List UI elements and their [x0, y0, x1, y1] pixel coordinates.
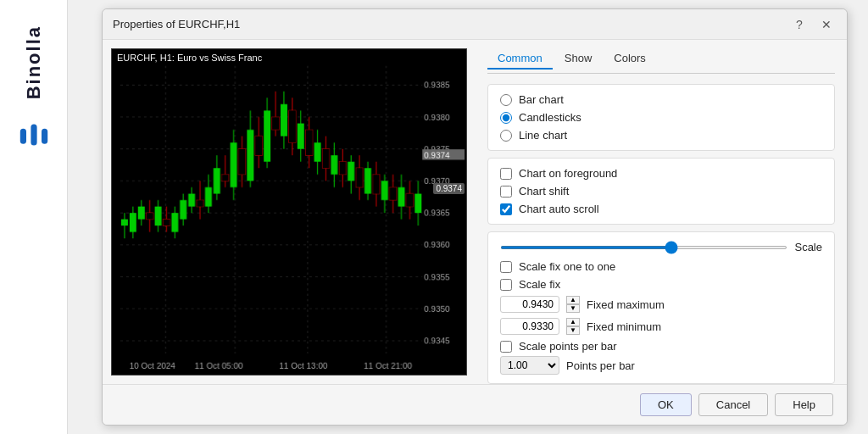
checkbox-shift-label: Chart shift — [519, 185, 569, 198]
svg-rect-0 — [19, 129, 25, 144]
checkbox-foreground-input[interactable] — [500, 168, 512, 180]
points-label: Points per bar — [566, 359, 635, 372]
dialog-window: Properties of EURCHF,H1 ? ✕ EURCHF, H1: … — [102, 8, 848, 426]
checkbox-foreground[interactable]: Chart on foreground — [500, 167, 822, 180]
checkbox-points-input[interactable] — [500, 341, 512, 353]
fixed-min-row: ▲ ▼ Fixed minimum — [500, 318, 822, 335]
checkbox-autoscroll-label: Chart auto scroll — [519, 203, 599, 215]
radio-line-input[interactable] — [500, 130, 512, 142]
radio-candle-label: Candlesticks — [519, 111, 581, 124]
checkbox-shift[interactable]: Chart shift — [500, 185, 822, 198]
chart-canvas — [112, 49, 466, 375]
svg-rect-2 — [42, 129, 47, 144]
tab-common[interactable]: Common — [487, 48, 553, 70]
fixed-max-input[interactable] — [500, 296, 559, 313]
binolla-m-icon — [17, 118, 51, 152]
ok-button[interactable]: OK — [640, 393, 692, 416]
checkbox-shift-input[interactable] — [500, 186, 512, 198]
fixed-max-down[interactable]: ▼ — [566, 304, 580, 313]
close-button[interactable]: ✕ — [816, 14, 837, 35]
scale-section: Scale Scale fix one to one Scale fix — [487, 231, 835, 384]
checkbox-points-label: Scale points per bar — [519, 340, 617, 353]
tabs-bar: Common Show Colors — [487, 48, 835, 74]
scale-slider[interactable] — [500, 246, 787, 249]
dialog-footer: OK Cancel Help — [103, 384, 847, 425]
checkbox-scale-fix-input[interactable] — [500, 279, 512, 291]
fixed-max-up[interactable]: ▲ — [566, 296, 580, 304]
fixed-max-spinner: ▲ ▼ — [566, 296, 580, 313]
chart-type-radio-group: Bar chart Candlesticks Line chart — [500, 93, 822, 142]
radio-line-chart[interactable]: Line chart — [500, 129, 822, 142]
checkbox-autoscroll[interactable]: Chart auto scroll — [500, 203, 822, 215]
fixed-min-label: Fixed minimum — [587, 320, 661, 333]
chart-options-section: Chart on foreground Chart shift Chart au… — [487, 158, 835, 225]
current-price-label: 0.9374 — [433, 183, 465, 194]
checkbox-scale-fix-one[interactable]: Scale fix one to one — [500, 260, 822, 273]
fixed-max-row: ▲ ▼ Fixed maximum — [500, 296, 822, 313]
radio-candle-input[interactable] — [500, 112, 512, 124]
points-row: 1.00 2.00 5.00 Points per bar — [500, 356, 822, 375]
radio-bar-chart[interactable]: Bar chart — [500, 93, 822, 106]
radio-bar-label: Bar chart — [519, 93, 564, 106]
fixed-min-down[interactable]: ▼ — [566, 326, 580, 335]
radio-candlesticks[interactable]: Candlesticks — [500, 111, 822, 124]
help-footer-button[interactable]: Help — [775, 393, 833, 416]
checkbox-scale-fix-one-label: Scale fix one to one — [519, 260, 615, 273]
scale-slider-row: Scale — [500, 241, 822, 253]
fixed-min-up[interactable]: ▲ — [566, 318, 580, 326]
dialog-body: EURCHF, H1: Euro vs Swiss Franc 0.9374 C… — [103, 40, 847, 384]
checkbox-points-per-bar[interactable]: Scale points per bar — [500, 340, 822, 353]
chart-header: EURCHF, H1: Euro vs Swiss Franc — [117, 53, 262, 63]
brand-text: Binolla — [23, 25, 45, 99]
tab-colors[interactable]: Colors — [604, 48, 656, 70]
chart-area: EURCHF, H1: Euro vs Swiss Franc 0.9374 — [111, 48, 467, 376]
checkbox-foreground-label: Chart on foreground — [519, 167, 617, 180]
dialog-titlebar: Properties of EURCHF,H1 ? ✕ — [103, 9, 847, 40]
checkbox-scale-fix-label: Scale fix — [519, 278, 560, 291]
radio-line-label: Line chart — [519, 129, 567, 142]
fixed-min-spinner: ▲ ▼ — [566, 318, 580, 335]
dialog-title: Properties of EURCHF,H1 — [113, 18, 789, 31]
fixed-min-input[interactable] — [500, 318, 559, 335]
checkbox-scale-fix[interactable]: Scale fix — [500, 278, 822, 291]
chart-type-section: Bar chart Candlesticks Line chart — [487, 84, 835, 151]
help-button[interactable]: ? — [789, 14, 810, 35]
scale-checkboxes: Scale fix one to one Scale fix — [500, 260, 822, 291]
right-panel: Common Show Colors Bar chart Candlestick… — [476, 40, 847, 384]
outer-container: Binolla Properties of EURCHF,H1 ? ✕ EURC… — [0, 0, 868, 434]
tab-show[interactable]: Show — [554, 48, 603, 70]
checkbox-autoscroll-input[interactable] — [500, 203, 512, 215]
checkbox-scale-fix-one-input[interactable] — [500, 261, 512, 273]
scale-label: Scale — [794, 241, 822, 253]
fixed-max-label: Fixed maximum — [587, 298, 665, 311]
svg-rect-1 — [31, 125, 36, 146]
chart-options-group: Chart on foreground Chart shift Chart au… — [500, 167, 822, 215]
radio-bar-input[interactable] — [500, 94, 512, 106]
sidebar: Binolla — [0, 0, 68, 434]
points-select[interactable]: 1.00 2.00 5.00 — [500, 356, 559, 375]
cancel-button[interactable]: Cancel — [698, 393, 768, 416]
title-buttons: ? ✕ — [789, 14, 837, 35]
